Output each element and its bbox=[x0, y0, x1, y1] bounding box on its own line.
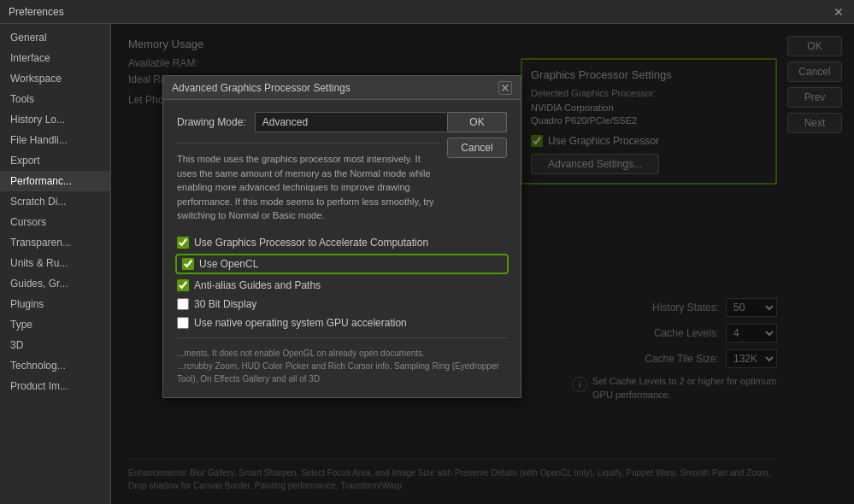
dialog-action-buttons: OK Cancel bbox=[447, 112, 507, 158]
sidebar-item-performanc---[interactable]: Performanc... bbox=[0, 171, 110, 191]
dialog-cancel-button[interactable]: Cancel bbox=[447, 138, 507, 158]
main-layout: GeneralInterfaceWorkspaceToolsHistory Lo… bbox=[0, 24, 854, 504]
sidebar-item-type[interactable]: Type bbox=[0, 314, 110, 335]
dialog-checkbox-30bit: 30 Bit Display bbox=[177, 298, 507, 310]
dialog-bottom-text-1: ...ments. It does not enable OpenGL on a… bbox=[177, 347, 507, 360]
sidebar-item-product-im---[interactable]: Product Im... bbox=[0, 376, 110, 396]
checkbox-opencl-label: Use OpenCL bbox=[199, 258, 258, 270]
dialog-bottom-text-2: ...rcrubby Zoom, HUD Color Picker and Ri… bbox=[177, 360, 507, 385]
advanced-gfx-dialog: Advanced Graphics Processor Settings ✕ D… bbox=[162, 75, 521, 398]
dialog-checkbox-accelerate: Use Graphics Processor to Accelerate Com… bbox=[177, 237, 507, 249]
checkbox-30bit-label: 30 Bit Display bbox=[194, 298, 256, 310]
drawing-mode-label: Drawing Mode: bbox=[177, 116, 246, 128]
sidebar-item-history-lo---[interactable]: History Lo... bbox=[0, 109, 110, 130]
content-area: Memory Usage Available RAM: 14943 MB Ide… bbox=[111, 24, 854, 504]
sidebar-item-general[interactable]: General bbox=[0, 27, 110, 48]
sidebar: GeneralInterfaceWorkspaceToolsHistory Lo… bbox=[0, 24, 111, 504]
dialog-ok-button[interactable]: OK bbox=[447, 112, 507, 132]
dialog-description: This mode uses the graphics processor mo… bbox=[177, 143, 439, 223]
checkbox-30bit[interactable] bbox=[177, 298, 189, 310]
dialog-checkbox-antialias: Anti-alias Guides and Paths bbox=[177, 279, 507, 291]
sidebar-item-guides--gr---[interactable]: Guides, Gr... bbox=[0, 273, 110, 294]
dialog-bottom-text: ...ments. It does not enable OpenGL on a… bbox=[177, 337, 507, 385]
checkbox-accelerate[interactable] bbox=[177, 237, 189, 249]
checkbox-antialias-label: Anti-alias Guides and Paths bbox=[194, 279, 321, 291]
dialog-titlebar: Advanced Graphics Processor Settings ✕ bbox=[163, 76, 521, 100]
dialog-body: Drawing Mode: Advanced Normal Basic OK C… bbox=[163, 100, 521, 397]
dialog-close-button[interactable]: ✕ bbox=[498, 81, 512, 95]
sidebar-item-units---ru---[interactable]: Units & Ru... bbox=[0, 253, 110, 273]
title-bar: Preferences ✕ bbox=[0, 0, 854, 24]
checkbox-antialias[interactable] bbox=[177, 279, 189, 291]
dialog-checkbox-native-gpu: Use native operating system GPU accelera… bbox=[177, 317, 507, 329]
sidebar-item-file-handli---[interactable]: File Handli... bbox=[0, 130, 110, 150]
dialog-title: Advanced Graphics Processor Settings bbox=[172, 82, 350, 94]
dialog-checkbox-section: Use Graphics Processor to Accelerate Com… bbox=[177, 237, 507, 329]
sidebar-item-export[interactable]: Export bbox=[0, 150, 110, 171]
sidebar-item-tools[interactable]: Tools bbox=[0, 89, 110, 109]
dialog-checkbox-opencl: Use OpenCL bbox=[177, 255, 507, 273]
sidebar-item-cursors[interactable]: Cursors bbox=[0, 212, 110, 232]
checkbox-native-gpu[interactable] bbox=[177, 317, 189, 329]
sidebar-item-technolog---[interactable]: Technolog... bbox=[0, 355, 110, 376]
sidebar-item-scratch-di---[interactable]: Scratch Di... bbox=[0, 191, 110, 212]
dialog-overlay: Advanced Graphics Processor Settings ✕ D… bbox=[111, 24, 854, 504]
sidebar-item-plugins[interactable]: Plugins bbox=[0, 294, 110, 314]
sidebar-item-workspace[interactable]: Workspace bbox=[0, 68, 110, 89]
window-title: Preferences bbox=[9, 6, 64, 18]
dialog-body-inner: Drawing Mode: Advanced Normal Basic OK C… bbox=[177, 112, 507, 385]
sidebar-item-3d[interactable]: 3D bbox=[0, 335, 110, 355]
checkbox-opencl[interactable] bbox=[182, 258, 194, 270]
checkbox-accelerate-label: Use Graphics Processor to Accelerate Com… bbox=[194, 237, 428, 249]
window-close-button[interactable]: ✕ bbox=[832, 5, 845, 19]
sidebar-item-transparen---[interactable]: Transparen... bbox=[0, 232, 110, 253]
checkbox-native-gpu-label: Use native operating system GPU accelera… bbox=[194, 317, 407, 329]
sidebar-item-interface[interactable]: Interface bbox=[0, 48, 110, 68]
